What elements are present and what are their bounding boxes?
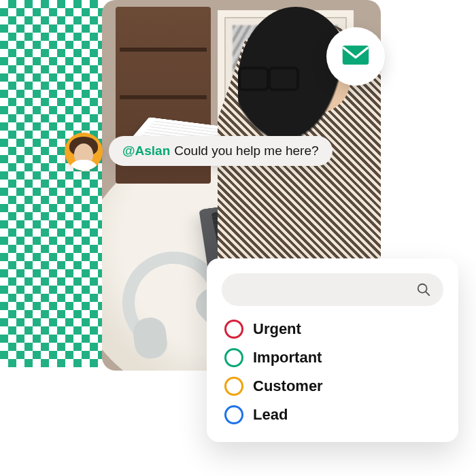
commenter-avatar[interactable] <box>65 133 103 171</box>
tag-label: Urgent <box>253 320 301 338</box>
tag-label: Important <box>253 349 322 367</box>
decorative-pattern <box>0 0 105 367</box>
svg-rect-0 <box>343 46 369 65</box>
tag-color-ring <box>224 405 243 424</box>
tag-label: Customer <box>253 377 323 395</box>
email-icon <box>341 44 370 69</box>
tag-search[interactable] <box>222 273 443 306</box>
tag-option-urgent[interactable]: Urgent <box>224 320 443 339</box>
tag-panel: Urgent Important Customer Lead <box>207 258 458 442</box>
mention-comment[interactable]: @Aslan Could you help me here? <box>109 136 333 166</box>
tag-option-important[interactable]: Important <box>224 348 443 367</box>
tag-option-customer[interactable]: Customer <box>224 377 443 396</box>
mention-text: Could you help me here? <box>174 143 318 158</box>
tag-label: Lead <box>253 406 288 424</box>
svg-line-2 <box>426 292 429 295</box>
tag-color-ring <box>224 348 243 367</box>
search-input[interactable] <box>234 284 416 296</box>
tag-option-lead[interactable]: Lead <box>224 405 443 424</box>
mention-handle[interactable]: @Aslan <box>122 143 170 158</box>
tag-color-ring <box>224 320 243 339</box>
tag-list: Urgent Important Customer Lead <box>222 320 443 424</box>
email-badge[interactable] <box>326 27 385 86</box>
search-icon <box>416 282 431 297</box>
tag-color-ring <box>224 377 243 396</box>
